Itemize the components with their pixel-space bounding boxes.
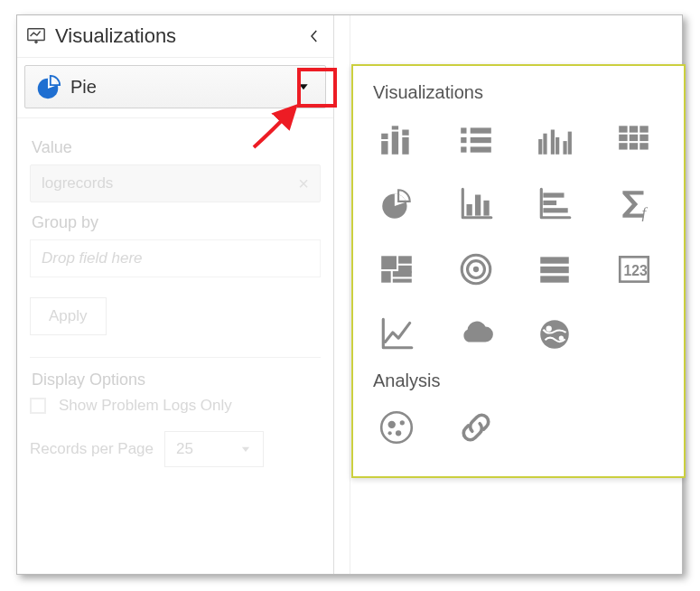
popover-analysis-title: Analysis <box>373 371 667 391</box>
grid-icon[interactable] <box>614 119 654 159</box>
svg-rect-8 <box>461 127 466 133</box>
records-per-page-label: Records per Page <box>30 440 154 458</box>
svg-rect-10 <box>461 137 466 143</box>
show-problem-logs-label: Show Problem Logs Only <box>59 397 232 415</box>
svg-rect-5 <box>392 126 398 129</box>
target-icon[interactable] <box>456 249 496 289</box>
bar-horizontal-icon[interactable] <box>535 184 574 224</box>
records-per-page-select[interactable]: 25 <box>164 431 264 467</box>
link-icon[interactable] <box>456 408 496 447</box>
collapse-panel-button[interactable] <box>304 26 324 46</box>
pie-icon[interactable] <box>377 184 416 224</box>
caret-down-icon <box>239 443 252 455</box>
svg-rect-24 <box>629 135 637 141</box>
svg-rect-46 <box>540 257 569 263</box>
clear-value-icon[interactable]: × <box>298 174 309 194</box>
svg-rect-35 <box>543 208 567 212</box>
svg-rect-21 <box>629 126 637 132</box>
rows-icon[interactable] <box>535 249 574 289</box>
visualizations-grid: f <box>369 116 667 363</box>
analysis-grid <box>369 404 667 456</box>
apply-button[interactable]: Apply <box>30 297 107 335</box>
svg-rect-19 <box>568 132 572 155</box>
number-icon[interactable]: 123 <box>614 249 654 289</box>
svg-rect-22 <box>639 126 648 132</box>
svg-rect-12 <box>461 146 466 152</box>
svg-rect-25 <box>639 135 648 141</box>
svg-rect-33 <box>543 192 564 197</box>
cloud-icon[interactable] <box>456 314 496 354</box>
records-per-page-row: Records per Page 25 <box>30 431 321 467</box>
bar-vertical-icon[interactable] <box>456 184 496 224</box>
bar-clustered-icon[interactable] <box>535 119 574 159</box>
visualization-selector[interactable]: Pie <box>24 65 326 108</box>
checkbox-icon[interactable] <box>30 398 46 414</box>
svg-point-53 <box>559 336 564 341</box>
bubble-icon[interactable] <box>377 408 416 447</box>
apply-button-label: Apply <box>49 307 88 325</box>
svg-point-51 <box>540 320 569 349</box>
svg-point-56 <box>400 420 405 425</box>
svg-rect-9 <box>470 127 490 133</box>
show-problem-logs-row[interactable]: Show Problem Logs Only <box>30 397 321 415</box>
svg-rect-3 <box>381 134 387 139</box>
records-per-page-value: 25 <box>176 440 193 458</box>
svg-rect-30 <box>466 204 471 216</box>
popover-visualizations-title: Visualizations <box>373 82 667 103</box>
svg-rect-17 <box>555 137 559 155</box>
svg-point-54 <box>381 412 412 443</box>
group-by-placeholder: Drop field here <box>42 249 143 267</box>
svg-rect-40 <box>381 271 391 283</box>
svg-rect-2 <box>381 141 387 155</box>
svg-rect-38 <box>398 256 412 263</box>
svg-rect-6 <box>402 137 408 155</box>
treemap-icon[interactable] <box>377 249 416 289</box>
window-frame: Visualizations Pie <box>16 14 683 575</box>
form-area: Value logrecords × Group by Drop field h… <box>17 117 333 476</box>
svg-rect-31 <box>474 195 480 216</box>
bar-stacked-icon[interactable] <box>377 119 416 159</box>
svg-rect-37 <box>381 256 397 269</box>
svg-rect-28 <box>639 143 648 149</box>
svg-rect-13 <box>470 146 490 152</box>
visualizations-panel: Visualizations Pie <box>17 15 334 574</box>
visualization-popover: Visualizations <box>351 64 686 478</box>
svg-rect-26 <box>619 143 627 149</box>
svg-rect-48 <box>540 276 569 282</box>
pie-icon <box>34 73 61 100</box>
value-label: Value <box>32 138 319 157</box>
panel-title: Visualizations <box>55 24 304 48</box>
value-chip-text: logrecords <box>42 174 113 192</box>
caret-down-icon <box>285 69 322 105</box>
svg-point-55 <box>388 421 396 428</box>
svg-rect-7 <box>402 130 408 136</box>
display-options-title: Display Options <box>32 371 319 389</box>
svg-point-57 <box>396 430 401 436</box>
svg-rect-20 <box>619 126 627 132</box>
group-by-dropzone[interactable]: Drop field here <box>30 239 321 277</box>
svg-rect-11 <box>470 137 490 143</box>
panel-header: Visualizations <box>17 15 333 58</box>
svg-rect-27 <box>629 143 637 149</box>
group-by-label: Group by <box>32 213 319 232</box>
svg-rect-14 <box>538 139 542 155</box>
svg-rect-16 <box>551 130 555 155</box>
svg-text:123: 123 <box>623 263 648 278</box>
svg-text:f: f <box>641 204 648 221</box>
svg-rect-18 <box>563 141 566 155</box>
svg-rect-34 <box>543 201 556 205</box>
svg-point-52 <box>546 326 552 332</box>
visualization-selector-label: Pie <box>70 77 285 98</box>
list-icon[interactable] <box>456 119 496 159</box>
globe-icon[interactable] <box>535 314 574 354</box>
value-chip[interactable]: logrecords × <box>30 164 321 202</box>
svg-point-45 <box>472 267 478 272</box>
sigma-icon[interactable]: f <box>614 184 654 224</box>
visualizations-panel-icon <box>26 26 46 46</box>
svg-rect-15 <box>543 134 546 155</box>
svg-rect-47 <box>540 267 569 273</box>
svg-rect-23 <box>619 135 627 141</box>
line-icon[interactable] <box>377 314 416 354</box>
svg-rect-4 <box>392 132 398 155</box>
svg-rect-41 <box>393 271 412 277</box>
